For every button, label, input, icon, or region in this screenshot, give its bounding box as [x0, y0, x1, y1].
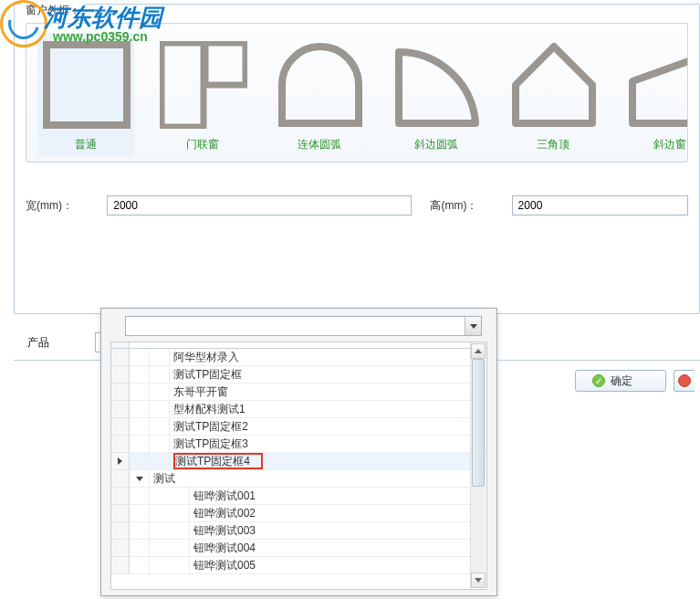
indent-spacer [130, 349, 150, 366]
row-header [111, 384, 130, 401]
indent-spacer [150, 557, 190, 574]
ok-button[interactable]: ✓ 确定 [575, 370, 666, 392]
indent-spacer [150, 522, 190, 540]
shape-item[interactable]: 三角顶 [505, 33, 601, 156]
list-item[interactable]: 钮哗测试005 [111, 557, 486, 574]
list-item-label: 钮哗测试002 [190, 505, 486, 522]
scrollbar-thumb[interactable] [472, 359, 485, 487]
list-item[interactable]: 测试TP固定框3 [111, 436, 486, 453]
shape-thumb [392, 37, 483, 133]
shape-item[interactable]: 普通 [37, 33, 134, 156]
vertical-scrollbar[interactable] [470, 343, 486, 588]
shape-item[interactable]: 斜边圆弧 [388, 33, 485, 156]
indent-spacer [150, 488, 190, 505]
list-item[interactable]: 测试TP固定框2 [111, 418, 486, 436]
list-item[interactable]: 钮哗测试001 [111, 488, 486, 505]
list-item-label: 测试 [150, 470, 486, 488]
indent-spacer [130, 557, 150, 574]
shape-item[interactable]: 连体圆弧 [271, 33, 368, 156]
list-item-label: 钮哗测试001 [190, 488, 486, 505]
scroll-up-button[interactable] [471, 343, 486, 359]
shape-label: 连体圆弧 [275, 137, 364, 152]
svg-rect-0 [47, 45, 127, 125]
scrollbar-track[interactable] [471, 359, 486, 573]
shape-label: 门联窗 [158, 137, 247, 152]
shape-item[interactable]: 门联窗 [154, 33, 251, 156]
indent-spacer [130, 418, 150, 436]
list-item-label: 阿华型材录入 [170, 349, 486, 366]
list-item[interactable]: 测试 [111, 470, 486, 488]
scroll-down-button[interactable] [471, 573, 486, 588]
svg-rect-2 [205, 43, 246, 85]
list-item[interactable]: 阿华型材录入 [111, 349, 486, 366]
indent-spacer [130, 436, 150, 453]
list-item[interactable]: 钮哗测试003 [111, 522, 486, 540]
dropdown-grid-body: 阿华型材录入测试TP固定框东哥平开窗型材配料测试1测试TP固定框2测试TP固定框… [111, 342, 486, 589]
list-item[interactable]: 东哥平开窗 [111, 384, 486, 401]
height-input[interactable] [512, 195, 688, 215]
list-item-label: 东哥平开窗 [170, 384, 486, 401]
cancel-button-partial[interactable] [674, 370, 695, 392]
collapse-icon [135, 475, 143, 483]
product-label: 产品 [27, 335, 82, 351]
ok-button-label: 确定 [611, 373, 632, 389]
list-item-label: 型材配料测试1 [170, 401, 486, 418]
check-icon: ✓ [592, 374, 605, 387]
shape-thumb [158, 37, 249, 133]
dropdown-search-combo[interactable] [125, 316, 482, 336]
indent-spacer [130, 453, 150, 470]
list-item-label: 钮哗测试004 [190, 540, 486, 557]
indent-spacer [130, 401, 150, 418]
width-label: 宽(mm)： [26, 198, 94, 214]
shape-label: 三角顶 [508, 137, 598, 152]
row-header [111, 505, 130, 522]
height-label: 高(mm)： [430, 198, 498, 214]
shape-gallery: 普通门联窗连体圆弧斜边圆弧三角顶斜边窗 [26, 23, 688, 163]
row-header [111, 453, 130, 470]
indent-spacer [130, 488, 150, 505]
row-header [111, 418, 130, 436]
row-header [111, 401, 130, 418]
list-item[interactable]: 钮哗测试004 [111, 540, 486, 557]
indent-spacer [150, 349, 170, 366]
indent-spacer [130, 384, 150, 401]
indent-spacer [150, 401, 170, 418]
list-item-label: 钮哗测试003 [190, 522, 486, 540]
shape-thumb [625, 37, 688, 133]
list-item-label: 测试TP固定框 [170, 366, 486, 384]
list-item[interactable]: 测试TP固定框4 [111, 453, 486, 470]
row-header [111, 488, 130, 505]
row-header [111, 436, 130, 453]
indent-spacer [130, 540, 150, 557]
shape-thumb [41, 37, 132, 133]
dropdown-search-button[interactable] [465, 317, 481, 335]
dimensions-row: 宽(mm)： 高(mm)： [26, 195, 688, 215]
close-icon [678, 374, 691, 387]
row-header [111, 470, 130, 488]
indent-spacer [150, 418, 170, 436]
list-item-label: 钮哗测试005 [190, 557, 486, 574]
width-input[interactable] [107, 195, 412, 215]
indent-spacer [150, 384, 170, 401]
shape-label: 斜边窗 [625, 137, 688, 152]
indent-spacer [150, 540, 190, 557]
list-item[interactable]: 型材配料测试1 [111, 401, 486, 418]
list-item[interactable]: 测试TP固定框 [111, 366, 486, 384]
list-item-label: 测试TP固定框3 [170, 436, 486, 453]
indent-spacer [150, 366, 170, 384]
indent-spacer [130, 366, 150, 384]
list-item-label: 测试TP固定框2 [170, 418, 486, 436]
expander[interactable] [130, 470, 150, 488]
row-header [111, 557, 130, 574]
dropdown-search-text [126, 317, 465, 335]
row-header [111, 540, 130, 557]
row-header [111, 366, 130, 384]
shape-item[interactable]: 斜边窗 [622, 33, 688, 156]
main-panel: 窗户外框： 普通门联窗连体圆弧斜边圆弧三角顶斜边窗 宽(mm)： 高(mm)： [14, 4, 700, 314]
indent-spacer [130, 522, 150, 540]
indent-spacer [150, 436, 170, 453]
shape-thumb [275, 37, 366, 133]
list-item[interactable]: 钮哗测试002 [111, 505, 486, 522]
shape-thumb [508, 37, 600, 133]
dropdown-search-row [125, 316, 482, 336]
